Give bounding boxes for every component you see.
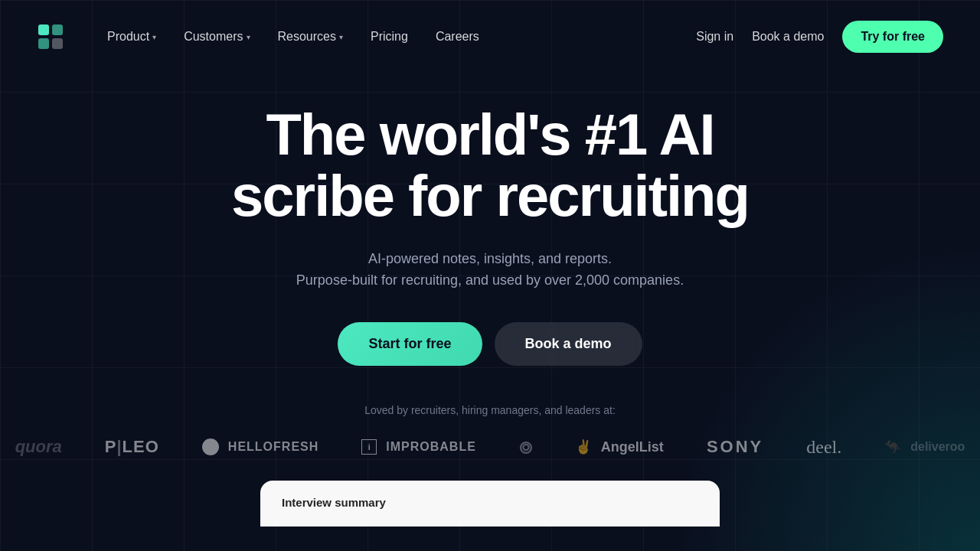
- logo-deel: deel.: [785, 437, 863, 458]
- svg-rect-0: [38, 24, 49, 35]
- book-demo-button[interactable]: Book a demo: [495, 322, 642, 366]
- hero-section: The world's #1 AI scribe for recruiting …: [0, 73, 980, 366]
- nav-item-product[interactable]: Product ▾: [95, 24, 168, 50]
- card-title: Interview summary: [282, 496, 698, 509]
- svg-rect-2: [38, 38, 49, 49]
- interview-card: Interview summary: [260, 481, 720, 527]
- try-free-button[interactable]: Try for free: [842, 21, 943, 53]
- nav-item-pricing[interactable]: Pricing: [358, 24, 420, 50]
- logos-row: quora P|LEO HELLOFRESH i IMPROBABLE ⌾ ✌ …: [0, 435, 980, 459]
- logo-hellofresh: HELLOFRESH: [181, 439, 340, 455]
- logo-improbable: i IMPROBABLE: [340, 439, 498, 455]
- svg-rect-3: [52, 38, 63, 49]
- hero-subtitle: AI-powered notes, insights, and reports.…: [296, 248, 684, 292]
- book-demo-link[interactable]: Book a demo: [752, 30, 824, 44]
- navbar: Product ▾ Customers ▾ Resources ▾ Pricin…: [0, 0, 980, 73]
- nav-right: Sign in Book a demo Try for free: [696, 21, 943, 53]
- logo-teamwork: ⌾: [498, 435, 554, 459]
- hero-cta: Start for free Book a demo: [338, 322, 642, 366]
- nav-item-resources[interactable]: Resources ▾: [266, 24, 355, 50]
- logo-sony: SONY: [685, 437, 785, 457]
- logo-quora: quora: [0, 437, 83, 457]
- nav-links: Product ▾ Customers ▾ Resources ▾ Pricin…: [95, 24, 492, 50]
- svg-rect-1: [52, 24, 63, 35]
- chevron-down-icon: ▾: [339, 33, 343, 41]
- logo-icon: [37, 23, 64, 51]
- chevron-down-icon: ▾: [152, 33, 156, 41]
- start-free-button[interactable]: Start for free: [338, 322, 482, 366]
- hero-title: The world's #1 AI scribe for recruiting: [191, 104, 789, 227]
- nav-left: Product ▾ Customers ▾ Resources ▾ Pricin…: [37, 23, 492, 51]
- logo-deliveroo: 🦘 deliveroo: [863, 439, 980, 455]
- logo-pleo: P|LEO: [83, 437, 181, 457]
- logo-angellist: ✌ AngelList: [554, 439, 685, 455]
- logo[interactable]: [37, 23, 64, 51]
- logos-label: Loved by recruiters, hiring managers, an…: [0, 404, 980, 416]
- chevron-down-icon: ▾: [247, 33, 250, 41]
- signin-link[interactable]: Sign in: [696, 30, 733, 44]
- nav-item-careers[interactable]: Careers: [423, 24, 492, 50]
- logos-section: Loved by recruiters, hiring managers, an…: [0, 404, 980, 459]
- nav-item-customers[interactable]: Customers ▾: [172, 24, 262, 50]
